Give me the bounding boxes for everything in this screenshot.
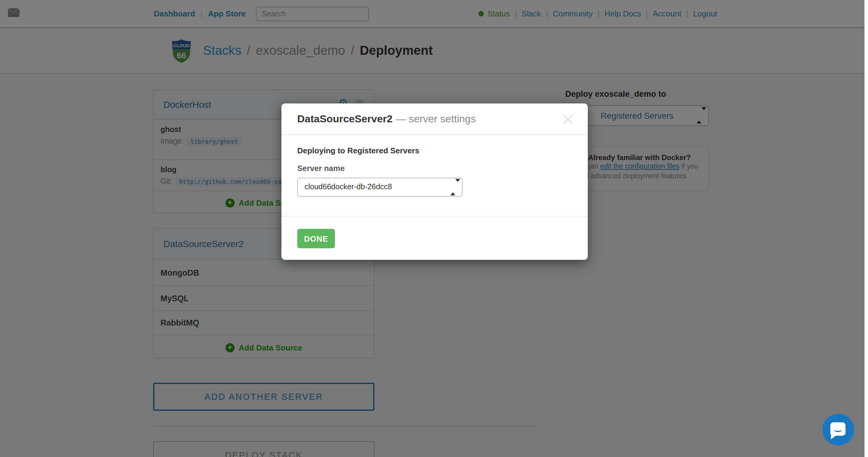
scrollbar-track[interactable] xyxy=(864,0,868,457)
page: Dashboard | App Store Status | Slack | C… xyxy=(0,0,868,457)
server-name-select[interactable]: cloud66docker-db-26dcc8 xyxy=(297,178,463,197)
done-button[interactable]: DONE xyxy=(297,229,335,248)
smile-icon xyxy=(834,428,842,432)
chat-launcher-button[interactable] xyxy=(823,414,854,446)
chat-bubble-icon xyxy=(830,422,845,436)
modal-body-heading: Deploying to Registered Servers xyxy=(297,146,420,155)
server-name-label: Server name xyxy=(297,164,345,173)
modal-header: DataSourceServer2 — server settings xyxy=(281,104,588,135)
select-arrows-icon xyxy=(451,182,455,193)
server-name-value: cloud66docker-db-26dcc8 xyxy=(298,178,462,196)
modal-footer-divider xyxy=(281,216,588,217)
modal-subtitle: — server settings xyxy=(395,113,476,125)
close-icon[interactable] xyxy=(562,114,573,125)
server-settings-modal: DataSourceServer2 — server settings Depl… xyxy=(281,104,588,260)
modal-title: DataSourceServer2 — server settings xyxy=(297,104,476,135)
